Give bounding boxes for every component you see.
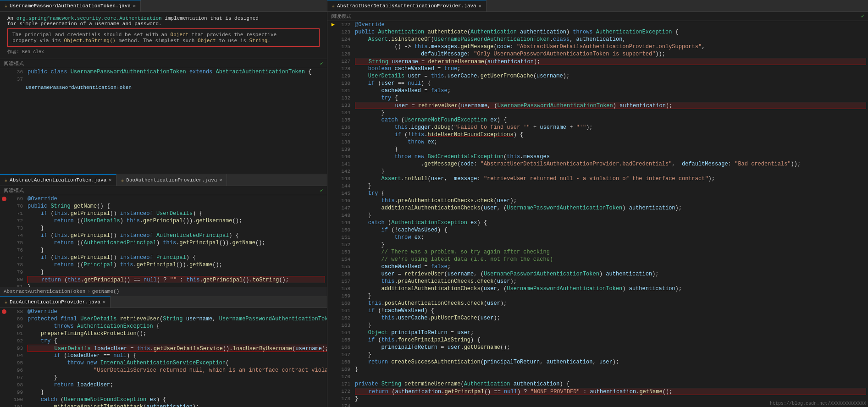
doc-section: An org.springframework.security.core.Aut… bbox=[0, 12, 327, 59]
tab-dao-label: DaoAuthenticationProvider.java bbox=[10, 299, 100, 305]
left-gutter-right: ▶ bbox=[327, 21, 335, 407]
right-panel: ☕ AbstractUserDetailsAuthenticationProvi… bbox=[327, 0, 868, 407]
classname-display: UsernamePasswordAuthenticationToken bbox=[26, 85, 132, 90]
breadcrumb-class: AbstractAuthenticationToken bbox=[4, 289, 85, 294]
abstract-breadcrumb: AbstractAuthenticationToken › getName() bbox=[0, 287, 327, 296]
doc-box: The principal and credentials should be … bbox=[7, 28, 320, 47]
close-icon2[interactable]: ✕ bbox=[109, 177, 111, 183]
editor-container: ☕ UsernamePasswordAuthenticationToken.ja… bbox=[0, 0, 868, 407]
left-top-tab-bar: ☕ UsernamePasswordAuthenticationToken.ja… bbox=[0, 0, 327, 12]
tab-label: UsernamePasswordAuthenticationToken.java bbox=[10, 3, 131, 9]
doc-intro-text: An org.springframework.security.core.Aut… bbox=[7, 16, 320, 21]
line-numbers-right: 122 123 124 125 126 127 128 129 130 131 … bbox=[335, 21, 353, 407]
left-gutter-top bbox=[0, 68, 7, 83]
check-icon3: ✓ bbox=[861, 13, 864, 20]
line-numbers-top: 36 37 bbox=[7, 68, 26, 83]
line-numbers-abstract: 69 70 71 72 73 74 75 76 77 78 79 80 81 bbox=[7, 195, 26, 287]
tab-abstract-auth[interactable]: ☕ AbstractAuthenticationToken.java ✕ bbox=[0, 174, 116, 186]
dao-code-scroll[interactable]: 88 89 90 91 92 93 94 95 96 97 98 99 100 … bbox=[0, 308, 327, 407]
left-gutter-abstract bbox=[0, 195, 7, 287]
tab-username-password[interactable]: ☕ UsernamePasswordAuthenticationToken.ja… bbox=[0, 0, 141, 11]
abstract-auth-code-scroll[interactable]: 69 70 71 72 73 74 75 76 77 78 79 80 81 bbox=[0, 195, 327, 287]
check-icon: ✓ bbox=[320, 60, 323, 67]
auth-link[interactable]: org.springframework.security.core.Authen… bbox=[17, 16, 162, 21]
reading-mode-btn2[interactable]: 阅读模式 bbox=[4, 187, 24, 194]
java-file-icon3: ☕ bbox=[121, 177, 124, 183]
left-panel: ☕ UsernamePasswordAuthenticationToken.ja… bbox=[0, 0, 327, 407]
left-top-section: ☕ UsernamePasswordAuthenticationToken.ja… bbox=[0, 0, 327, 174]
tab-dao-active[interactable]: ☕ DaoAuthenticationProvider.java ✕ bbox=[0, 296, 111, 308]
breadcrumb-method: getName() bbox=[92, 289, 119, 294]
reading-mode-btn[interactable]: 阅读模式 bbox=[4, 60, 24, 67]
java-file-icon5: ☕ bbox=[332, 3, 335, 9]
close-icon3[interactable]: ✕ bbox=[219, 177, 222, 183]
close-icon5[interactable]: ✕ bbox=[479, 3, 481, 9]
line-numbers-dao: 88 89 90 91 92 93 94 95 96 97 98 99 100 … bbox=[7, 308, 26, 407]
left-bottom-tab-bar: ☕ AbstractAuthenticationToken.java ✕ ☕ D… bbox=[0, 174, 327, 186]
close-icon4[interactable]: ✕ bbox=[103, 299, 105, 305]
left-gutter-dao bbox=[0, 308, 7, 407]
abstract-code-lines: @Override public String getName() { if (… bbox=[26, 195, 327, 287]
code-lines-top: public class UsernamePasswordAuthenticat… bbox=[26, 68, 327, 83]
java-file-icon4: ☕ bbox=[5, 299, 7, 305]
java-file-icon: ☕ bbox=[5, 3, 7, 9]
tab-label2: AbstractAuthenticationToken.java bbox=[10, 177, 106, 183]
dao-code-lines: @Override protected final UserDetails re… bbox=[26, 308, 327, 407]
tab-label-right: AbstractUserDetailsAuthenticationProvide… bbox=[337, 3, 476, 9]
left-bottom-section: ☕ AbstractAuthenticationToken.java ✕ ☕ D… bbox=[0, 174, 327, 407]
reading-mode-btn3[interactable]: 阅读模式 bbox=[331, 13, 351, 20]
tab-dao-auth[interactable]: ☕ DaoAuthenticationProvider.java ✕ bbox=[116, 174, 227, 186]
tab-abstract-provider[interactable]: ☕ AbstractUserDetailsAuthenticationProvi… bbox=[327, 0, 487, 11]
tab-label3: DaoAuthenticationProvider.java bbox=[126, 177, 217, 183]
right-code-scroll[interactable]: ▶ 122 123 124 125 126 127 128 129 130 13… bbox=[327, 21, 868, 407]
right-tab-bar: ☕ AbstractUserDetailsAuthenticationProvi… bbox=[327, 0, 868, 12]
author-text: 作者: Ben Alex bbox=[7, 49, 320, 55]
dao-tab-bar: ☕ DaoAuthenticationProvider.java ✕ bbox=[0, 296, 327, 308]
close-icon[interactable]: ✕ bbox=[133, 3, 136, 9]
left-top-code-scroll[interactable]: 36 37 public class UsernamePasswordAuthe… bbox=[0, 68, 327, 174]
right-code-lines: @Override public Authentication authenti… bbox=[353, 21, 868, 407]
doc-intro-text2: for simple presentation of a username an… bbox=[7, 21, 320, 27]
check-icon2: ✓ bbox=[320, 187, 323, 194]
java-file-icon2: ☕ bbox=[5, 177, 7, 183]
url-bar: https://blog.csdn.net/XXXXXXXXXXXXX bbox=[768, 400, 868, 407]
